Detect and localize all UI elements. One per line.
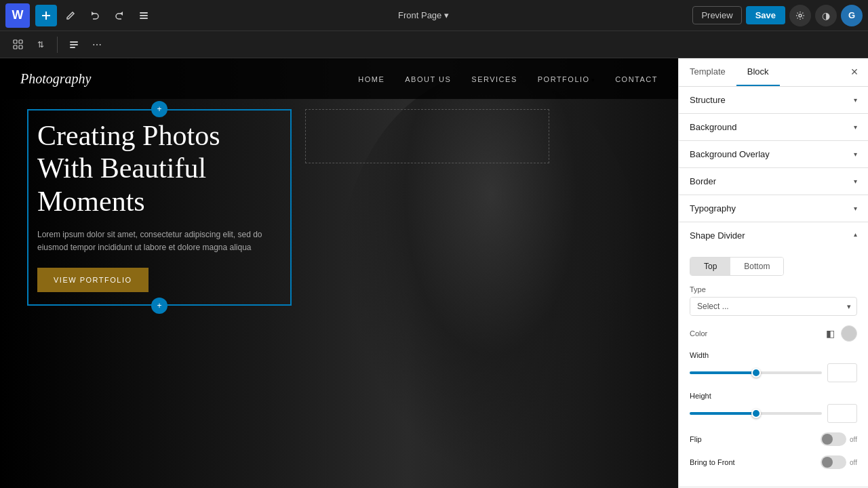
width-label: Width (690, 351, 857, 359)
bring-to-front-toggle[interactable]: off (821, 455, 857, 469)
accordion-typography-header[interactable]: Typography ▾ (679, 195, 868, 222)
svg-rect-10 (70, 47, 75, 48)
width-slider-fill (690, 371, 756, 374)
svg-rect-4 (14, 40, 17, 43)
user-avatar-button[interactable]: G (841, 5, 863, 26)
svg-rect-8 (70, 41, 78, 43)
selected-block-outline[interactable]: + + (27, 109, 292, 306)
nav-item-home[interactable]: HOME (358, 73, 384, 85)
panel-tabs: Template Block × (679, 58, 868, 87)
secondary-toolbar: ⇅ ⋯ (0, 31, 868, 58)
accordion-bg-overlay-header[interactable]: Background Overlay ▾ (679, 141, 868, 167)
height-slider-thumb[interactable] (751, 409, 761, 418)
nav-item-portfolio[interactable]: PORTFOLIO (538, 73, 595, 85)
block-handle-top[interactable]: + (151, 101, 167, 117)
width-input[interactable] (827, 363, 857, 382)
svg-point-3 (799, 14, 802, 17)
tab-template[interactable]: Template (679, 58, 736, 86)
width-slider-row: Width (690, 351, 857, 382)
add-block-button[interactable] (35, 5, 57, 26)
site-logo: Photography (20, 71, 91, 87)
width-slider-track[interactable] (690, 371, 822, 374)
height-slider-controls (690, 404, 857, 423)
nav-item-services[interactable]: SERVICES (471, 73, 517, 85)
accordion-background: Background ▾ (679, 114, 868, 141)
color-swatch[interactable] (841, 325, 857, 342)
redo-button[interactable] (108, 5, 130, 26)
block-handle-bottom[interactable]: + (151, 298, 167, 314)
nav-item-about[interactable]: ABOUT US (405, 73, 451, 85)
accordion-structure-label: Structure (690, 95, 726, 105)
width-slider-controls (690, 363, 857, 382)
flip-toggle[interactable]: off (821, 432, 857, 446)
svg-rect-9 (70, 44, 78, 45)
height-slider-track[interactable] (690, 412, 822, 415)
layout-grid-button[interactable] (8, 35, 27, 54)
bring-to-front-toggle-state: off (850, 459, 857, 466)
svg-rect-2 (140, 18, 148, 19)
nav-item-contact[interactable]: CONTACT (615, 73, 658, 85)
center-title: Front Page ▾ (157, 7, 690, 23)
color-row: Color ◧ (690, 325, 857, 342)
accordion-bg-overlay-arrow-icon: ▾ (854, 150, 857, 158)
accordion-structure-header[interactable]: Structure ▾ (679, 87, 868, 113)
save-button[interactable]: Save (746, 6, 785, 24)
svg-rect-0 (140, 12, 148, 14)
panel-close-button[interactable]: × (844, 62, 865, 83)
flip-toggle-track[interactable] (821, 432, 846, 446)
svg-rect-1 (140, 15, 148, 16)
page-title-chevron-icon: ▾ (444, 10, 449, 20)
top-right-actions: Preview Save ◑ G (692, 5, 863, 26)
flip-label: Flip (690, 435, 702, 443)
wp-logo-icon[interactable]: W (5, 3, 30, 28)
type-select-wrap: Select ... ▾ (690, 297, 857, 316)
bring-to-front-toggle-track[interactable] (821, 455, 846, 469)
svg-rect-5 (19, 40, 22, 43)
flip-toggle-state: off (850, 436, 857, 443)
bottom-tab-button[interactable]: Bottom (730, 258, 783, 275)
dashed-block[interactable] (305, 109, 549, 163)
ellipsis-icon: ⋯ (92, 39, 102, 50)
undo-button[interactable] (84, 5, 106, 26)
top-tab-button[interactable]: Top (690, 258, 730, 275)
accordion-background-label: Background (690, 122, 736, 132)
settings-button[interactable] (789, 5, 811, 26)
accordion-structure-arrow-icon: ▾ (854, 96, 857, 104)
color-label: Color (690, 329, 707, 338)
nav-links: HOME ABOUT US SERVICES PORTFOLIO CONTACT (358, 73, 658, 85)
accordion-shape-divider-header[interactable]: Shape Divider ▾ (679, 222, 868, 249)
chevron-up-down-icon: ⇅ (37, 40, 44, 49)
canvas-area[interactable]: Photography HOME ABOUT US SERVICES PORTF… (0, 58, 678, 488)
edit-tool-button[interactable] (60, 5, 81, 26)
page-title-button[interactable]: Front Page ▾ (393, 7, 454, 23)
top-bottom-toggle: Top Bottom (690, 257, 784, 276)
accordion-shape-divider-arrow-icon: ▾ (854, 232, 857, 239)
panel-content: Structure ▾ Background ▾ Background Over… (679, 87, 868, 488)
more-options-button[interactable]: ⋯ (87, 35, 106, 54)
toggle-arrows-button[interactable]: ⇅ (31, 35, 50, 54)
main-layout: Photography HOME ABOUT US SERVICES PORTF… (0, 58, 868, 488)
gradient-icon[interactable]: ◧ (822, 325, 838, 342)
justify-button[interactable] (64, 35, 83, 54)
accordion-typography-arrow-icon: ▾ (854, 205, 857, 212)
flip-row: Flip off (690, 432, 857, 446)
right-panel: Template Block × Structure ▾ Background … (678, 58, 868, 488)
accordion-background-header[interactable]: Background ▾ (679, 114, 868, 140)
height-slider-row: Height (690, 392, 857, 423)
list-view-button[interactable] (133, 5, 155, 26)
accordion-shape-divider-label: Shape Divider (690, 230, 745, 241)
accordion-background-arrow-icon: ▾ (854, 123, 857, 131)
accordion-border-label: Border (690, 176, 716, 186)
type-field: Type Select ... ▾ (690, 285, 857, 316)
accordion-border-header[interactable]: Border ▾ (679, 168, 868, 195)
svg-rect-7 (19, 45, 22, 49)
height-input[interactable] (827, 404, 857, 423)
color-scheme-button[interactable]: ◑ (815, 5, 837, 26)
shape-divider-body: Top Bottom Type Select ... ▾ (679, 249, 868, 487)
type-select[interactable]: Select ... (690, 298, 842, 315)
preview-button[interactable]: Preview (692, 6, 741, 24)
accordion-bg-overlay-label: Background Overlay (690, 149, 770, 159)
width-slider-thumb[interactable] (751, 368, 761, 378)
accordion-typography-label: Typography (690, 203, 736, 214)
tab-block[interactable]: Block (736, 58, 780, 86)
